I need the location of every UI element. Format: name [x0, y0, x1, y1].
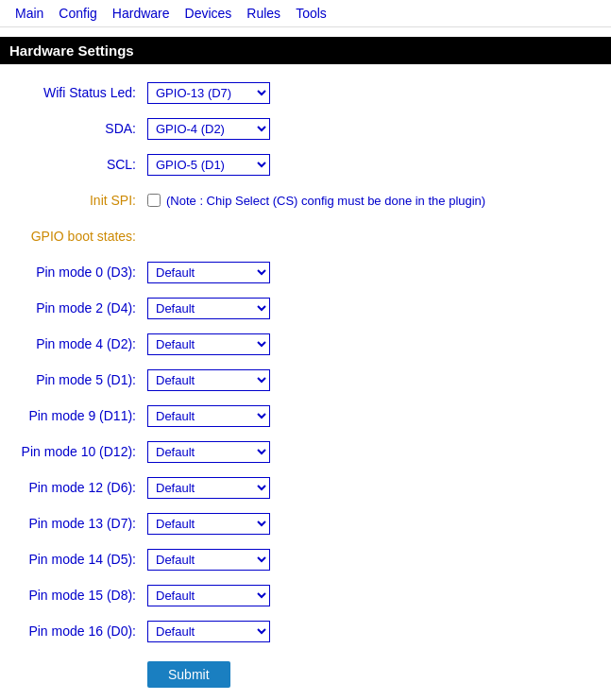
pin-mode-select[interactable]: DefaultInputInput pullupOutput lowOutput… [147, 333, 270, 355]
pin-mode-select[interactable]: DefaultInputInput pullupOutput lowOutput… [147, 441, 270, 463]
pin-mode-select[interactable]: DefaultInputInput pullupOutput lowOutput… [147, 369, 270, 391]
pin-mode-select[interactable]: DefaultInputInput pullupOutput lowOutput… [147, 405, 270, 427]
init-spi-note: (Note : Chip Select (CS) config must be … [166, 194, 485, 208]
pin-mode-row: Pin mode 4 (D2):DefaultInputInput pullup… [15, 331, 596, 357]
nav-devices[interactable]: Devices [178, 4, 240, 23]
nav-bar: MainConfigHardwareDevicesRulesTools [0, 0, 611, 27]
sda-label: SDA: [15, 121, 147, 136]
init-spi-row: Init SPI: (Note : Chip Select (CS) confi… [15, 187, 596, 213]
sda-select[interactable]: GPIO-4 (D2)GPIO-0 (D3)GPIO-2 (D4)GPIO-5 … [147, 118, 270, 140]
init-spi-label: Init SPI: [15, 193, 147, 208]
scl-label: SCL: [15, 157, 147, 172]
init-spi-checkbox[interactable] [147, 194, 161, 207]
nav-main[interactable]: Main [8, 4, 51, 23]
pin-mode-select[interactable]: DefaultInputInput pullupOutput lowOutput… [147, 262, 270, 283]
pin-mode-label: Pin mode 9 (D11): [15, 408, 147, 423]
pin-mode-label: Pin mode 5 (D1): [15, 372, 147, 387]
section-header: Hardware Settings [0, 37, 611, 64]
pin-mode-label: Pin mode 2 (D4): [15, 300, 147, 316]
pin-mode-label: Pin mode 15 (D8): [15, 588, 147, 603]
scl-row: SCL: GPIO-5 (D1)GPIO-0 (D3)GPIO-2 (D4)GP… [15, 151, 596, 178]
pin-mode-label: Pin mode 16 (D0): [15, 623, 147, 639]
section-title: Hardware Settings [9, 43, 134, 59]
pin-mode-row: Pin mode 5 (D1):DefaultInputInput pullup… [15, 367, 596, 393]
pin-mode-select[interactable]: DefaultInputInput pullupOutput lowOutput… [147, 621, 270, 642]
pin-mode-row: Pin mode 14 (D5):DefaultInputInput pullu… [15, 546, 596, 572]
wifi-status-led-label: Wifi Status Led: [15, 85, 147, 100]
pin-mode-label: Pin mode 13 (D7): [15, 516, 147, 531]
init-spi-controls: (Note : Chip Select (CS) config must be … [147, 194, 485, 208]
nav-hardware[interactable]: Hardware [105, 4, 178, 23]
wifi-status-led-row: Wifi Status Led: GPIO-13 (D7)GPIO-0 (D3)… [15, 79, 596, 106]
pin-mode-label: Pin mode 14 (D5): [15, 552, 147, 567]
pin-mode-row: Pin mode 12 (D6):DefaultInputInput pullu… [15, 474, 596, 501]
pin-mode-label: Pin mode 10 (D12): [15, 444, 147, 459]
sda-row: SDA: GPIO-4 (D2)GPIO-0 (D3)GPIO-2 (D4)GP… [15, 115, 596, 142]
pin-mode-label: Pin mode 0 (D3): [15, 265, 147, 280]
pin-mode-select[interactable]: DefaultInputInput pullupOutput lowOutput… [147, 298, 270, 319]
pin-mode-row: Pin mode 9 (D11):DefaultInputInput pullu… [15, 402, 596, 429]
submit-row: Submit [15, 661, 596, 688]
pin-mode-row: Pin mode 2 (D4):DefaultInputInput pullup… [15, 295, 596, 321]
gpio-boot-states-row: GPIO boot states: [15, 223, 596, 249]
pin-mode-row: Pin mode 15 (D8):DefaultInputInput pullu… [15, 582, 596, 608]
pin-mode-label: Pin mode 12 (D6): [15, 480, 147, 495]
pin-mode-row: Pin mode 13 (D7):DefaultInputInput pullu… [15, 510, 596, 537]
submit-button[interactable]: Submit [147, 661, 230, 688]
pin-mode-select[interactable]: DefaultInputInput pullupOutput lowOutput… [147, 549, 270, 571]
pin-mode-select[interactable]: DefaultInputInput pullupOutput lowOutput… [147, 585, 270, 606]
nav-rules[interactable]: Rules [239, 4, 288, 23]
pin-mode-row: Pin mode 0 (D3):DefaultInputInput pullup… [15, 259, 596, 285]
gpio-boot-states-label: GPIO boot states: [15, 229, 147, 244]
wifi-status-led-select[interactable]: GPIO-13 (D7)GPIO-0 (D3)GPIO-2 (D4)GPIO-4… [147, 82, 270, 104]
form-container: Wifi Status Led: GPIO-13 (D7)GPIO-0 (D3)… [0, 79, 611, 700]
pin-modes-container: Pin mode 0 (D3):DefaultInputInput pullup… [15, 259, 596, 644]
scl-select[interactable]: GPIO-5 (D1)GPIO-0 (D3)GPIO-2 (D4)GPIO-4 … [147, 154, 270, 176]
pin-mode-row: Pin mode 16 (D0):DefaultInputInput pullu… [15, 618, 596, 644]
nav-tools[interactable]: Tools [288, 4, 334, 23]
pin-mode-row: Pin mode 10 (D12):DefaultInputInput pull… [15, 438, 596, 465]
pin-mode-select[interactable]: DefaultInputInput pullupOutput lowOutput… [147, 477, 270, 499]
nav-config[interactable]: Config [51, 4, 104, 23]
pin-mode-label: Pin mode 4 (D2): [15, 336, 147, 351]
pin-mode-select[interactable]: DefaultInputInput pullupOutput lowOutput… [147, 513, 270, 535]
